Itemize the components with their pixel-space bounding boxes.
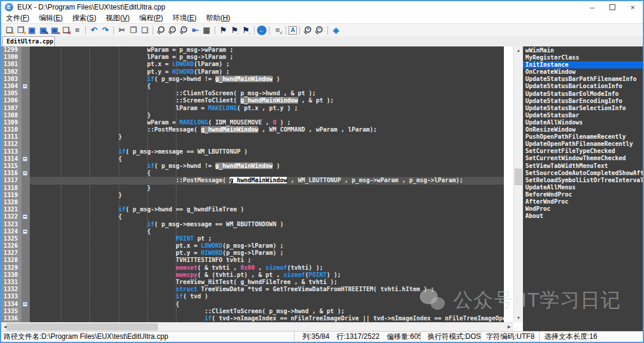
scroll-up-icon[interactable]: ▲ [514,46,523,55]
zoom-out-icon[interactable]: − [314,25,325,35]
function-list-item[interactable]: AfterWndProc [523,198,643,205]
code-line-1308[interactable]: 1308 } [1,112,504,119]
next-bookmark-icon[interactable]: ⚑→ [240,25,252,35]
code-line-1335[interactable]: 1335 ::ClientToScreen( p_msg->hwnd , & p… [1,308,504,315]
code-line-1305[interactable]: 1305 ::ClientToScreen( p_msg->hwnd , & p… [1,90,504,97]
code-line-1318[interactable]: 1318 } [1,185,504,192]
code-line-1309[interactable]: 1309 wParam = MAKELONG( IDM_MOUSEMOVE , … [1,119,504,126]
function-list-item[interactable]: SetCurrentFileTypeChecked [523,148,643,155]
zoom-in-icon[interactable]: + [302,25,314,35]
code-line-1306[interactable]: 1306 ::ScreenToClient( g_hwndMainWindow … [1,97,504,104]
fold-marker-icon[interactable] [23,214,27,219]
back-icon[interactable]: ← [257,26,267,35]
scroll-down-icon[interactable]: ▼ [514,314,523,322]
code-line-1302[interactable]: 1302 pt.y = HIWORD(lParam) ; [1,68,504,76]
fold-marker-icon[interactable] [23,229,27,234]
maximize-button[interactable] [602,1,623,13]
function-list-item[interactable]: WndProc [523,205,643,213]
code-line-1317[interactable]: 1317 ::PostMessage( g_hwndMainWindow , W… [1,177,504,184]
code-line-1315[interactable]: 1315 if( p_msg->hwnd != g_hwndMainWindow… [1,163,504,170]
code-line-1324[interactable]: 1324 { [1,228,504,235]
code-line-1307[interactable]: 1307 lParam = MAKELONG( pt.x , pt.y ) ; [1,105,504,112]
color-scheme-icon[interactable]: A [289,26,297,35]
about-icon[interactable]: ◈ [330,25,342,35]
code-editor[interactable]: 1299 wParam = p_msg->wParam ;1300 lParam… [1,46,504,322]
menu-item-file[interactable]: 文件(F) [1,13,34,23]
close-button[interactable]: × [623,1,643,13]
function-list-item[interactable]: InitInstance [523,61,643,68]
bookmark-icon[interactable]: ⚑ [218,25,229,35]
code-line-1329[interactable]: 1329 memset( & tvhti , 0x00 , sizeof(tvh… [1,264,504,272]
copy-icon[interactable]: ❐ [128,25,139,35]
cut-icon[interactable]: ✂ [116,25,128,35]
find-icon[interactable] [156,25,167,35]
find-next-icon[interactable]: › [178,25,190,35]
function-list-item[interactable]: MyRegisterClass [523,54,643,61]
vertical-scrollbar-thumb[interactable] [515,169,522,185]
code-line-1321[interactable]: 1321 if( p_msg->hwnd == g_hwndFileTree ) [1,206,504,213]
tab-editultra-cpp[interactable]: EditUltra.cpp [2,36,55,46]
fold-marker-icon[interactable] [23,302,27,307]
redo-icon[interactable]: ↷ [100,25,111,35]
function-list-item[interactable]: UpdateStatusBarPathFilenameInfo [523,76,643,83]
function-list-item[interactable]: UpdateStatusBarEolModeInfo [523,91,643,98]
goto-line-icon[interactable]: ⇤ [190,25,201,35]
file-list-icon[interactable]: ≡ [72,25,83,35]
code-line-1328[interactable]: 1328 TVHITTESTINFO tvhti ; [1,257,504,264]
function-list-item[interactable]: PushOpenPathFilenameRecently [523,133,643,141]
menu-item-help[interactable]: 帮助(H) [201,13,235,23]
code-line-1310[interactable]: 1310 ::PostMessage( g_hwndMainWindow , W… [1,126,504,133]
code-line-1314[interactable]: 1314 { [1,155,504,163]
function-list-item[interactable]: SetReloadSymbolListOrTreeIntervalMen [523,177,643,184]
function-list-item[interactable]: UpdateStatusBar [523,112,643,119]
code-line-1300[interactable]: 1300 lParam = p_msg->lParam ; [1,54,504,61]
code-line-1301[interactable]: 1301 pt.x = LOWORD(lParam) ; [1,61,504,68]
code-line-1312[interactable]: 1312 [1,141,504,148]
scroll-right-icon[interactable]: ▶ [505,323,513,331]
function-list-item[interactable]: OnResizeWindow [523,126,643,133]
function-list-item[interactable]: wWinMain [523,47,643,54]
code-line-1320[interactable]: 1320 [1,199,504,206]
paste-icon[interactable]: ❑ [139,25,150,35]
fold-marker-icon[interactable] [23,157,27,161]
code-line-1330[interactable]: 1330 memcpy( & (tvhti.pt) , & pt , sizeo… [1,272,504,279]
code-line-1332[interactable]: 1332 struct TreeViewData *tvd = GetTreeV… [1,286,504,293]
save-all-files-icon[interactable]: ▣● [49,25,60,35]
fold-marker-icon[interactable] [23,84,27,89]
replace-icon[interactable]: ▦ [201,25,212,35]
code-line-1326[interactable]: 1326 pt.x = LOWORD(p_msg->lParam) ; [1,242,504,250]
code-line-1322[interactable]: 1322 { [1,213,504,220]
horizontal-scrollbar[interactable]: ◀ ▶ [1,322,513,331]
code-line-1336[interactable]: 1336 if( tvd->nImageIndex == nFileTreeIm… [1,315,504,322]
code-line-1334[interactable]: 1334 { [1,301,504,308]
line-mode-icon[interactable]: ≡✓ [272,25,283,35]
code-line-1323[interactable]: 1323 if( p_msg->message == WM_RBUTTONDOW… [1,221,504,228]
horizontal-scrollbar-thumb[interactable] [7,323,158,330]
vertical-scrollbar[interactable]: ▲ ▼ [513,46,522,322]
new-file-icon[interactable]: ❏✶ [4,25,15,35]
function-list-item[interactable]: About [523,213,643,220]
function-list-item[interactable]: UpdateOpenPathFilenameRecently [523,141,643,148]
function-list-item[interactable]: UpdateStatusBarEncodingInfo [523,98,643,105]
function-list-item[interactable]: UpdateAllMenus [523,184,643,191]
function-list-item[interactable]: UpdateStatusBarSelectionInfo [523,105,643,112]
code-line-1313[interactable]: 1313 if( p_msg->message == WM_LBUTTONUP … [1,148,504,155]
function-list-item[interactable]: BeforeWndProc [523,191,643,198]
undo-icon[interactable]: ↶ [88,25,100,35]
code-line-1325[interactable]: 1325 POINT pt ; [1,235,504,242]
function-list-item[interactable]: UpdateAllWindows [523,119,643,126]
function-list-item[interactable]: SetSourceCodeAutoCompletedShowAfter [523,170,643,177]
fold-marker-icon[interactable] [23,171,27,176]
code-line-1319[interactable]: 1319 } [1,192,504,199]
menu-item-program[interactable]: 编程(P) [134,13,168,23]
code-line-1327[interactable]: 1327 pt.y = HIWORD(p_msg->lParam) ; [1,250,504,257]
code-line-1311[interactable]: 1311 } [1,133,504,141]
menu-item-env[interactable]: 环境(E) [168,13,201,23]
save-file-icon[interactable]: ▣ [26,25,38,35]
prev-bookmark-icon[interactable]: ⚑← [229,25,240,35]
menu-item-view[interactable]: 视图(V) [101,13,134,23]
save-as-file-icon[interactable]: ▣✎ [38,25,49,35]
code-line-1333[interactable]: 1333 if( tvd ) [1,293,504,300]
function-list-item[interactable]: SetViewTabWidthMenuText [523,163,643,170]
close-file-icon[interactable]: ❏✕ [60,25,72,35]
